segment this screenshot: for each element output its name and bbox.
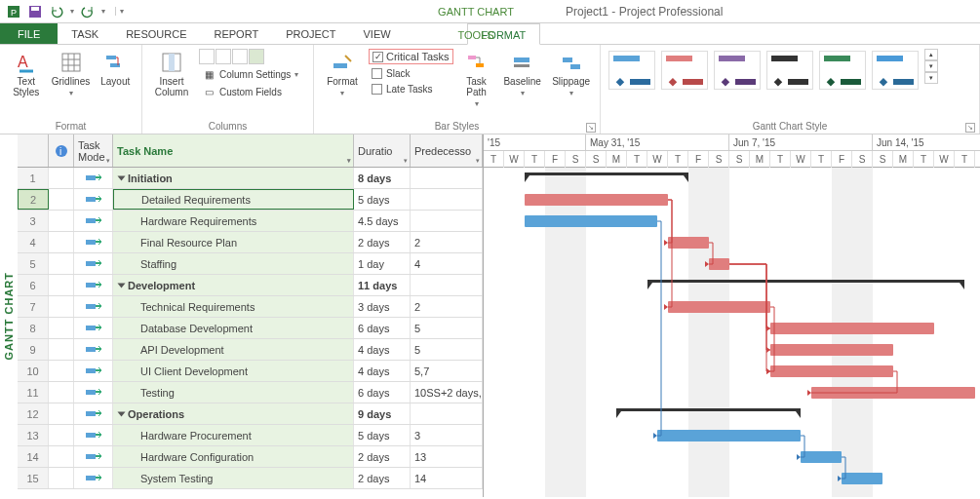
slippage-button[interactable]: Slippage▾ (549, 49, 594, 99)
task-mode-cell[interactable] (74, 446, 113, 467)
align-center-button[interactable] (216, 49, 231, 64)
duration-cell[interactable]: 5 days (354, 425, 411, 445)
gantt-bar[interactable] (525, 194, 668, 206)
table-row[interactable]: 5 Staffing 1 day 4 (18, 253, 483, 275)
table-row[interactable]: 9 API Development 4 days 5 (18, 339, 483, 361)
row-number[interactable]: 8 (18, 318, 49, 338)
qat-customize-icon[interactable]: ▾ (115, 7, 124, 16)
predecessor-cell[interactable]: 3 (411, 425, 483, 445)
baseline-button[interactable]: Baseline▾ (500, 49, 545, 99)
task-mode-cell[interactable] (74, 296, 113, 317)
duration-cell[interactable]: 6 days (354, 382, 411, 403)
table-row[interactable]: 10 UI Client Development 4 days 5,7 (18, 361, 483, 382)
row-number[interactable]: 11 (18, 382, 49, 403)
app-icon[interactable]: P (6, 4, 21, 19)
dropdown-icon[interactable]: ▾ (347, 157, 351, 165)
task-mode-cell[interactable] (74, 168, 113, 188)
gantt-style-option[interactable] (819, 51, 866, 90)
bar-styles-launcher[interactable]: ↘ (586, 123, 596, 133)
row-number[interactable]: 1 (18, 168, 49, 188)
late-tasks-checkbox[interactable]: Late Tasks (369, 83, 453, 96)
task-mode-cell[interactable] (74, 275, 113, 295)
gantt-bar[interactable] (709, 258, 729, 270)
task-mode-cell[interactable] (74, 339, 113, 360)
tab-file[interactable]: FILE (0, 23, 58, 44)
table-row[interactable]: 3 Hardware Requirements 4.5 days (18, 211, 483, 232)
task-mode-cell[interactable] (74, 468, 113, 488)
table-row[interactable]: 13 Hardware Procurement 5 days 3 (18, 425, 483, 446)
tab-task[interactable]: TASK (58, 23, 112, 44)
duration-cell[interactable]: 2 days (354, 468, 411, 488)
gantt-bar[interactable] (770, 344, 893, 356)
row-number[interactable]: 14 (18, 446, 49, 467)
duration-cell[interactable]: 2 days (354, 232, 411, 252)
col-task-name[interactable]: Task Name▾ (113, 134, 354, 167)
duration-cell[interactable]: 2 days (354, 446, 411, 467)
predecessor-cell[interactable] (411, 275, 483, 295)
insert-column-button[interactable]: Insert Column (148, 49, 195, 99)
table-row[interactable]: 2 Detailed Requirements 5 days (18, 189, 483, 211)
task-mode-cell[interactable] (74, 382, 113, 403)
row-number[interactable]: 2 (18, 189, 49, 210)
wrap-text-button[interactable] (249, 49, 264, 64)
gantt-style-option[interactable] (714, 51, 761, 90)
task-name-cell[interactable]: API Development (113, 339, 354, 360)
layout-button[interactable]: Layout (96, 49, 137, 89)
row-number[interactable]: 10 (18, 361, 49, 381)
table-row[interactable]: 15 System Testing 2 days 14 (18, 468, 483, 489)
row-number[interactable]: 13 (18, 425, 49, 445)
predecessor-cell[interactable]: 5 (411, 318, 483, 338)
col-task-mode[interactable]: Task Mode▾ (74, 134, 113, 167)
summary-bar[interactable] (525, 173, 688, 180)
redo-dropdown-icon[interactable]: ▾ (101, 7, 105, 16)
collapse-icon[interactable] (118, 175, 126, 180)
task-name-cell[interactable]: Initiation (113, 168, 354, 188)
gantt-style-launcher[interactable]: ↘ (965, 123, 975, 133)
redo-icon[interactable] (80, 4, 96, 19)
gantt-style-option[interactable] (608, 51, 655, 90)
row-number[interactable]: 3 (18, 211, 49, 231)
summary-bar[interactable] (647, 280, 964, 288)
row-number[interactable]: 5 (18, 253, 49, 274)
task-mode-cell[interactable] (74, 403, 113, 424)
gantt-bar[interactable] (525, 215, 657, 227)
predecessor-cell[interactable] (411, 168, 483, 188)
duration-cell[interactable]: 4.5 days (354, 211, 411, 231)
task-name-cell[interactable]: Final Resource Plan (113, 232, 354, 252)
collapse-icon[interactable] (118, 283, 126, 288)
task-name-cell[interactable]: Testing (113, 382, 354, 403)
tab-project[interactable]: PROJECT (272, 23, 349, 44)
gallery-down-button[interactable]: ▾ (924, 60, 938, 72)
task-name-cell[interactable]: Hardware Requirements (113, 211, 354, 231)
duration-cell[interactable]: 6 days (354, 318, 411, 338)
duration-cell[interactable]: 9 days (354, 403, 411, 424)
format-bar-button[interactable]: Format▾ (320, 49, 365, 99)
save-icon[interactable] (27, 4, 43, 19)
task-name-cell[interactable]: UI Client Development (113, 361, 354, 381)
task-name-cell[interactable]: Hardware Configuration (113, 446, 354, 467)
undo-icon[interactable] (49, 4, 64, 19)
predecessor-cell[interactable]: 2 (411, 232, 483, 252)
row-number[interactable]: 12 (18, 403, 49, 424)
duration-cell[interactable]: 1 day (354, 253, 411, 274)
tab-resource[interactable]: RESOURCE (112, 23, 200, 44)
task-mode-cell[interactable] (74, 425, 113, 445)
predecessor-cell[interactable]: 14 (411, 468, 483, 488)
gallery-more-button[interactable]: ▾ (924, 72, 938, 84)
task-name-cell[interactable]: Development (113, 275, 354, 295)
task-name-cell[interactable]: Staffing (113, 253, 354, 274)
table-row[interactable]: 6 Development 11 days (18, 275, 483, 296)
predecessor-cell[interactable]: 2 (411, 296, 483, 317)
align-left-button[interactable] (199, 49, 215, 64)
collapse-icon[interactable] (118, 411, 126, 416)
dropdown-icon[interactable]: ▾ (106, 157, 110, 165)
predecessor-cell[interactable]: 5 (411, 339, 483, 360)
row-number[interactable]: 6 (18, 275, 49, 295)
predecessor-cell[interactable]: 5,7 (411, 361, 483, 381)
gantt-bar[interactable] (770, 323, 934, 334)
predecessor-cell[interactable]: 10SS+2 days, (411, 382, 483, 403)
predecessor-cell[interactable] (411, 211, 483, 231)
gantt-bar[interactable] (801, 451, 842, 463)
gantt-chart-area[interactable] (484, 168, 980, 497)
align-right-button[interactable] (232, 49, 248, 64)
